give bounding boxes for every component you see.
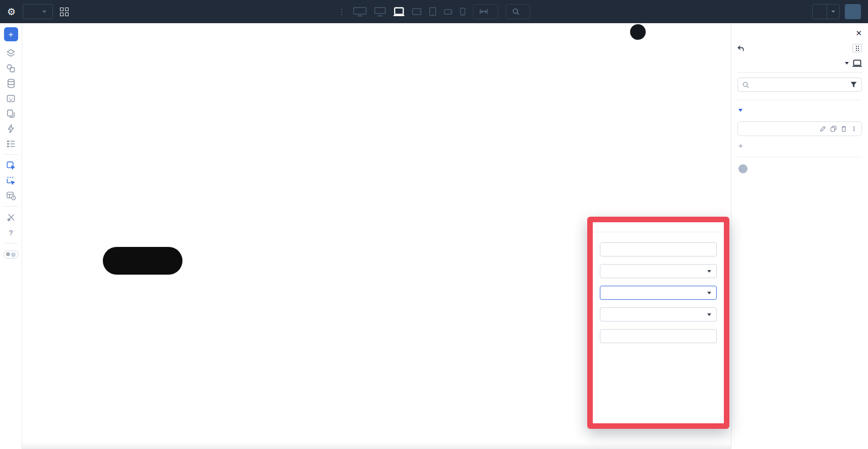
device-desktop-icon[interactable] — [375, 7, 386, 17]
device-phone-portrait-icon[interactable] — [460, 8, 466, 16]
target-module-field — [600, 307, 717, 322]
chevron-down-icon — [42, 11, 46, 13]
drag-handle-icon[interactable]: ⋮ — [338, 10, 346, 14]
toggle-circle-icon — [11, 252, 16, 257]
device-desktop-large-icon[interactable] — [353, 7, 367, 17]
time-delay-field — [600, 329, 717, 343]
sidebar-divider — [5, 154, 18, 155]
caret-down-icon — [738, 109, 742, 112]
tools-icon[interactable] — [4, 210, 18, 225]
interactions-header[interactable] — [737, 100, 862, 120]
width-arrows-icon — [480, 9, 488, 15]
admin-label-field — [600, 242, 717, 256]
edit-pencil-icon[interactable] — [820, 125, 826, 132]
copy-pages-icon[interactable] — [4, 106, 18, 121]
settings-panel: ✕ — [731, 23, 868, 449]
chevron-down-icon — [707, 270, 711, 273]
kebab-menu-icon[interactable]: ⋮ — [851, 125, 857, 133]
panel-tabs — [737, 59, 862, 73]
lightning-icon[interactable] — [4, 121, 18, 136]
tab-device-laptop-icon[interactable] — [852, 59, 862, 67]
layers-icon[interactable] — [4, 45, 18, 60]
help-button[interactable] — [738, 164, 748, 173]
trigger-event-field — [600, 264, 717, 278]
panel-close-icon[interactable]: ✕ — [855, 29, 862, 37]
edit-interaction-modal — [587, 217, 729, 429]
module-box-icon[interactable] — [4, 91, 18, 106]
search-icon — [742, 82, 749, 88]
sidebar-divider — [5, 206, 18, 207]
chevron-down-icon — [707, 313, 711, 316]
help-icon[interactable]: ? — [4, 225, 18, 240]
plus-icon: + — [738, 141, 743, 150]
canvas-width-control[interactable] — [473, 4, 499, 19]
target-module-dropdown[interactable] — [600, 307, 717, 322]
modal-header — [593, 222, 724, 232]
breadcrumb-row: ✕ — [737, 23, 862, 37]
queue-list-icon[interactable] — [4, 136, 18, 151]
app: ⚙ ⋮ — [0, 0, 868, 449]
design-shapes-icon[interactable] — [4, 60, 18, 76]
trigger-event-dropdown[interactable] — [600, 264, 717, 278]
gear-icon: ⚙ — [6, 252, 11, 257]
device-phone-landscape-icon[interactable] — [444, 9, 453, 15]
device-tablet-landscape-icon[interactable] — [412, 8, 422, 15]
exit-button-group — [812, 4, 840, 19]
chevron-down-icon — [831, 11, 835, 13]
table-history-icon[interactable] — [4, 188, 18, 203]
join-today-button[interactable] — [103, 247, 182, 275]
tab-device-chevron-icon[interactable] — [845, 62, 849, 65]
exit-options-button[interactable] — [827, 5, 839, 19]
interaction-item[interactable]: ⋮ — [737, 121, 862, 136]
page-selector-dropdown[interactable] — [23, 4, 53, 19]
admin-label-input[interactable] — [600, 242, 717, 256]
settings-search — [737, 78, 862, 92]
trash-icon[interactable] — [841, 125, 847, 132]
settings-sections: ⋮ + — [737, 100, 862, 157]
modal-body — [593, 232, 724, 357]
filter-funnel-icon[interactable] — [850, 82, 857, 88]
zoom-control[interactable] — [506, 4, 530, 19]
interaction-select-alt-icon[interactable] — [4, 173, 18, 188]
grid-view-icon[interactable] — [60, 8, 69, 16]
left-sidebar: + — [0, 23, 22, 449]
duplicate-icon[interactable] — [830, 125, 837, 132]
effect-action-field — [600, 286, 717, 300]
chevron-down-icon — [707, 292, 711, 294]
time-delay-input[interactable] — [600, 329, 717, 343]
settings-gear-icon[interactable]: ⚙ — [7, 7, 16, 17]
device-tablet-portrait-icon[interactable] — [429, 7, 437, 16]
search-settings-input[interactable] — [753, 81, 846, 89]
add-element-button[interactable]: + — [4, 27, 18, 41]
exit-button[interactable] — [813, 5, 827, 19]
interactions-section: ⋮ + — [737, 100, 862, 157]
save-button[interactable] — [845, 4, 861, 19]
add-interaction-button[interactable]: + — [737, 141, 862, 150]
database-icon[interactable] — [4, 76, 18, 91]
toolbar-center: ⋮ — [338, 0, 530, 23]
back-arrow-icon[interactable] — [737, 45, 744, 51]
toolbar-right — [812, 4, 861, 19]
top-toolbar: ⚙ ⋮ — [0, 0, 868, 23]
settings-toggle[interactable]: ⚙ — [4, 250, 19, 259]
effect-action-dropdown[interactable] — [600, 286, 717, 300]
toolbar-left: ⚙ — [7, 4, 69, 19]
device-laptop-icon[interactable] — [394, 7, 405, 16]
element-row — [737, 44, 862, 52]
interaction-select-icon[interactable] — [4, 158, 18, 173]
menu-close-button[interactable] — [630, 24, 646, 40]
sidebar-divider — [5, 243, 18, 243]
magnifier-icon — [513, 8, 520, 15]
extend-styles-icon[interactable] — [852, 44, 862, 52]
